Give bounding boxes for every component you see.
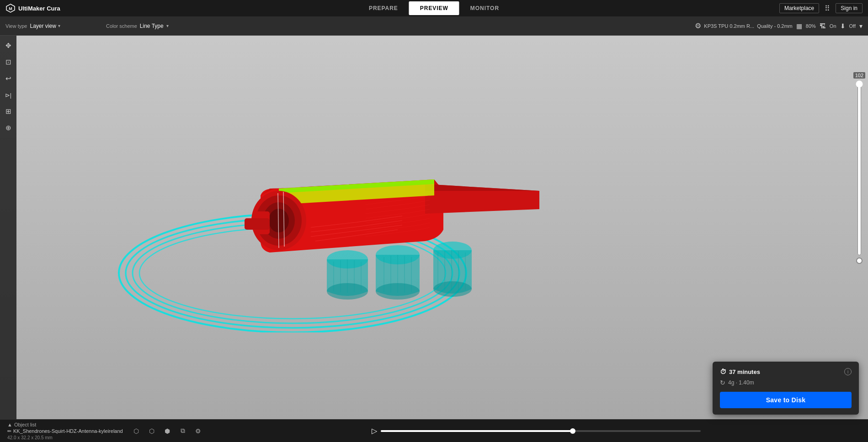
layer-slider-container: 102 bbox=[853, 72, 865, 264]
infill-settings-button[interactable]: ▦ bbox=[796, 22, 802, 30]
material-value: 4g · 1.40m bbox=[728, 379, 754, 386]
progress-track[interactable] bbox=[381, 430, 701, 432]
bottom-tool-cube3-button[interactable]: ⬢ bbox=[161, 425, 173, 437]
cube3-icon: ⬢ bbox=[165, 427, 170, 435]
navbar: M UltiMaker Cura PREPARE PREVIEW MONITOR… bbox=[0, 0, 868, 16]
layer-max-label: 102 bbox=[853, 72, 865, 79]
toolbar-right: ⚙ KP3S TPU 0.2mm R... Quality - 0.2mm ▦ … bbox=[695, 21, 863, 30]
app-title: UltiMaker Cura bbox=[18, 5, 60, 12]
printer-name: KP3S TPU 0.2mm R... bbox=[704, 23, 754, 29]
info-icon-button[interactable]: i bbox=[844, 368, 852, 375]
color-scheme-dropdown[interactable]: Line Type ▾ bbox=[140, 23, 695, 29]
printer-settings-icon: ⚙ bbox=[695, 21, 701, 30]
play-icon: ▷ bbox=[372, 427, 377, 435]
support-icon: 🏗 bbox=[820, 22, 826, 30]
object-name-text: KK_Shendrones-Squirt-HDZ-Antenna-kyleire… bbox=[13, 428, 123, 434]
time-row: ⏱ 37 minutes bbox=[720, 368, 760, 375]
bottom-tool-cube2-button[interactable]: ⬡ bbox=[146, 425, 158, 437]
copy-icon: ⧉ bbox=[181, 427, 185, 435]
screenshot-icon: ⊡ bbox=[5, 58, 11, 66]
print-info-panel: ⏱ 37 minutes i ↻ 4g · 1.40m Save to Disk bbox=[713, 362, 859, 415]
objects-tool-button[interactable]: ⊞ bbox=[2, 105, 15, 118]
bottom-tool-copy-button[interactable]: ⧉ bbox=[177, 425, 189, 437]
settings-icon: ⚙ bbox=[195, 427, 201, 435]
time-icon: ⏱ bbox=[720, 368, 726, 375]
world-icon: ⊕ bbox=[5, 124, 11, 132]
objects-icon: ⊞ bbox=[5, 107, 11, 116]
object-list-toggle[interactable]: ▲ Object list bbox=[7, 422, 123, 427]
bottom-tools: ⬡ ⬡ ⬢ ⧉ ⚙ bbox=[130, 425, 204, 437]
screenshot-tool-button[interactable]: ⊡ bbox=[2, 56, 15, 68]
adhesion-label: Off bbox=[849, 23, 856, 29]
nav-right: Marketplace ⠿ Sign in bbox=[779, 3, 863, 13]
save-to-disk-button[interactable]: Save to Disk bbox=[720, 392, 852, 408]
undo-button[interactable]: ↩ bbox=[2, 72, 15, 85]
support-label: On bbox=[830, 23, 836, 29]
material-row: ↻ 4g · 1.40m bbox=[720, 379, 852, 386]
material-icon: ↻ bbox=[720, 379, 725, 386]
toolbar-chevron-icon: ▾ bbox=[859, 22, 863, 30]
color-scheme-chevron-icon: ▾ bbox=[166, 23, 169, 28]
progress-fill bbox=[381, 430, 573, 432]
nav-tabs: PREPARE PREVIEW MONITOR bbox=[358, 1, 510, 15]
cube2-icon: ⬡ bbox=[149, 427, 154, 435]
world-tool-button[interactable]: ⊕ bbox=[2, 121, 15, 134]
object-dims: 42.0 x 32.2 x 20.5 mm bbox=[7, 435, 123, 440]
adhesion-icon: ⬇ bbox=[840, 22, 846, 30]
layer-skip-icon: ⊳| bbox=[5, 92, 11, 99]
play-button[interactable]: ▷ bbox=[372, 426, 377, 435]
left-toolbar: ✥ ⊡ ↩ ⊳| ⊞ ⊕ bbox=[0, 36, 16, 419]
collapse-icon: ▲ bbox=[7, 422, 12, 427]
layer-skip-button[interactable]: ⊳| bbox=[2, 89, 15, 101]
object-list-label: Object list bbox=[14, 422, 36, 427]
monitor-tab[interactable]: MONITOR bbox=[459, 1, 510, 15]
preview-tab[interactable]: PREVIEW bbox=[409, 1, 459, 15]
logo-icon: M bbox=[5, 3, 16, 13]
view-type-chevron-icon: ▾ bbox=[58, 23, 60, 28]
playback-controls: ▷ bbox=[212, 426, 861, 435]
grid-icon: ⠿ bbox=[825, 4, 830, 13]
time-value: 37 minutes bbox=[729, 368, 760, 375]
svg-text:M: M bbox=[9, 6, 12, 11]
layer-min-dot bbox=[856, 258, 863, 264]
status-bar: ▲ Object list ✏ KK_Shendrones-Squirt-HDZ… bbox=[0, 419, 868, 442]
edit-icon: ✏ bbox=[7, 428, 11, 434]
logo-area: M UltiMaker Cura bbox=[5, 3, 88, 13]
object-list-section: ▲ Object list ✏ KK_Shendrones-Squirt-HDZ… bbox=[7, 422, 123, 440]
layer-slider[interactable] bbox=[855, 80, 864, 256]
quality-value: Quality - 0.2mm bbox=[757, 23, 793, 29]
move-tool-button[interactable]: ✥ bbox=[2, 39, 15, 52]
cube-icon: ⬡ bbox=[133, 427, 139, 435]
color-scheme-value: Line Type bbox=[140, 23, 164, 29]
object-name: ✏ KK_Shendrones-Squirt-HDZ-Antenna-kylei… bbox=[7, 428, 123, 434]
color-scheme-label: Color scheme bbox=[106, 23, 137, 29]
marketplace-button[interactable]: Marketplace bbox=[779, 3, 819, 13]
printer-config: ⚙ KP3S TPU 0.2mm R... Quality - 0.2mm bbox=[695, 21, 792, 30]
panel-header: ⏱ 37 minutes i bbox=[720, 368, 852, 375]
signin-button[interactable]: Sign in bbox=[836, 3, 863, 13]
color-scheme-section: Color scheme Line Type ▾ bbox=[106, 23, 695, 29]
view-type-label: View type bbox=[5, 23, 27, 29]
toolbar-more-button[interactable]: ▾ bbox=[859, 22, 863, 30]
view-type-dropdown[interactable]: Layer view ▾ bbox=[30, 23, 60, 29]
prepare-tab[interactable]: PREPARE bbox=[358, 1, 409, 15]
infill-pct-label: 80% bbox=[806, 23, 816, 29]
toolbar: View type Layer view ▾ Color scheme Line… bbox=[0, 16, 868, 36]
progress-thumb[interactable] bbox=[570, 428, 575, 434]
support-toggle-button[interactable]: 🏗 bbox=[820, 22, 826, 30]
infill-icon: ▦ bbox=[796, 22, 802, 30]
move-icon: ✥ bbox=[5, 42, 11, 50]
view-type-value: Layer view bbox=[30, 23, 56, 29]
undo-icon: ↩ bbox=[5, 74, 11, 83]
adhesion-toggle-button[interactable]: ⬇ bbox=[840, 22, 846, 30]
bottom-tool-cube-button[interactable]: ⬡ bbox=[130, 425, 142, 437]
info-icon-symbol: i bbox=[847, 369, 848, 374]
view-type-section: View type Layer view ▾ bbox=[5, 23, 106, 29]
bottom-tool-settings-button[interactable]: ⚙ bbox=[192, 425, 204, 437]
apps-icon-button[interactable]: ⠿ bbox=[825, 4, 830, 13]
